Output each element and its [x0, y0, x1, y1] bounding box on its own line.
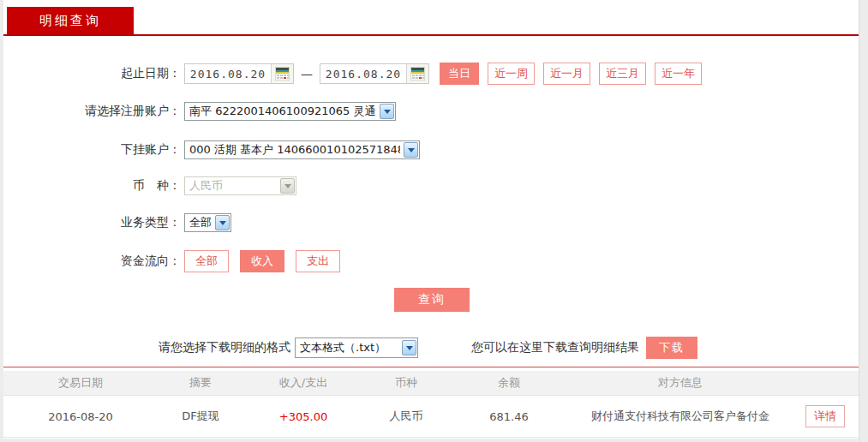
start-date-input[interactable] [185, 64, 271, 83]
date-range-row: 起止日期： — [3, 63, 702, 85]
fund-flow-expense-button[interactable]: 支出 [296, 250, 340, 272]
start-date-field [184, 63, 294, 84]
table-header: 交易日期 摘要 收入/支出 币种 余额 对方信息 [3, 371, 859, 396]
cell-counterparty: 财付通支付科技有限公司客户备付金 [569, 409, 792, 424]
header-amount: 收入/支出 [243, 375, 363, 391]
currency-label: 币 种： [3, 178, 181, 194]
tab-detail-query[interactable]: 明细查询 [7, 7, 134, 34]
chevron-down-icon [215, 215, 230, 230]
business-type-select[interactable]: 全部 [184, 213, 231, 232]
header-balance: 余额 [449, 375, 569, 391]
download-format-value: 文本格式（.txt） [300, 340, 386, 355]
calendar-icon[interactable] [406, 64, 428, 83]
tab-underline [3, 34, 859, 36]
tab-label: 明细查询 [39, 13, 101, 29]
cell-amount: +305.00 [243, 410, 363, 423]
download-row: 请您选择下载明细的格式 文本格式（.txt） 您可以在这里下载查询明细结果 下载 [159, 337, 697, 359]
chevron-down-icon [280, 178, 295, 194]
sub-account-row: 下挂账户： 000 活期 基本户 140660010102571848 [3, 140, 420, 159]
register-account-label: 请选择注册账户： [3, 104, 181, 119]
header-date: 交易日期 [3, 375, 158, 391]
sub-account-value: 000 活期 基本户 140660010102571848 [189, 142, 400, 158]
fund-flow-buttons: 全部 收入 支出 [184, 250, 340, 272]
sub-account-select[interactable]: 000 活期 基本户 140660010102571848 [184, 140, 420, 159]
business-type-row: 业务类型： 全部 [3, 213, 231, 232]
fund-flow-all-button[interactable]: 全部 [184, 250, 229, 272]
fund-flow-row: 资金流向： 全部 收入 支出 [3, 250, 340, 272]
fund-flow-income-button[interactable]: 收入 [240, 250, 284, 272]
business-type-value: 全部 [189, 215, 212, 230]
end-date-field [320, 63, 429, 84]
bottom-strip [3, 439, 859, 442]
cell-balance: 681.46 [449, 410, 569, 423]
currency-value: 人民币 [189, 178, 223, 194]
business-type-label: 业务类型： [3, 215, 181, 230]
query-button[interactable]: 查询 [394, 288, 470, 312]
end-date-input[interactable] [320, 64, 406, 83]
cell-currency: 人民币 [363, 409, 449, 424]
sub-account-label: 下挂账户： [3, 142, 181, 158]
cell-summary: DF提现 [158, 409, 243, 424]
currency-row: 币 种： 人民币 [3, 176, 296, 195]
header-summary: 摘要 [158, 375, 243, 391]
date-range-label: 起止日期： [3, 66, 181, 81]
calendar-icon[interactable] [271, 64, 293, 83]
table-row: 2016-08-20 DF提现 +305.00 人民币 681.46 财付通支付… [3, 396, 859, 438]
currency-select: 人民币 [184, 176, 296, 195]
main-panel: 明细查询 起止日期： — [3, 0, 859, 442]
register-account-value: 南平 6222001406100921065 灵通卡 [189, 104, 376, 119]
quick-button-year[interactable]: 近一年 [655, 63, 702, 85]
date-separator: — [301, 67, 313, 81]
quick-range-buttons: 当日 近一周 近一月 近三月 近一年 [440, 63, 702, 85]
fund-flow-label: 资金流向： [3, 254, 181, 269]
chevron-down-icon [380, 104, 394, 119]
download-format-label: 请您选择下载明细的格式 [159, 340, 290, 355]
table-top-line [3, 367, 859, 367]
chevron-down-icon [404, 142, 418, 158]
quick-button-week[interactable]: 近一周 [488, 63, 535, 85]
chevron-down-icon [402, 340, 416, 355]
cell-date: 2016-08-20 [3, 410, 158, 423]
quick-button-quarter[interactable]: 近三月 [599, 63, 646, 85]
download-format-select[interactable]: 文本格式（.txt） [295, 337, 418, 358]
quick-button-today[interactable]: 当日 [440, 63, 479, 85]
register-account-select[interactable]: 南平 6222001406100921065 灵通卡 [184, 102, 396, 121]
header-counterparty: 对方信息 [569, 375, 792, 391]
register-account-row: 请选择注册账户： 南平 6222001406100921065 灵通卡 [3, 102, 396, 121]
quick-button-month[interactable]: 近一月 [543, 63, 590, 85]
header-currency: 币种 [363, 375, 449, 391]
download-hint: 您可以在这里下载查询明细结果 [471, 340, 639, 355]
detail-button[interactable]: 详情 [805, 405, 845, 427]
download-button[interactable]: 下载 [646, 337, 697, 359]
